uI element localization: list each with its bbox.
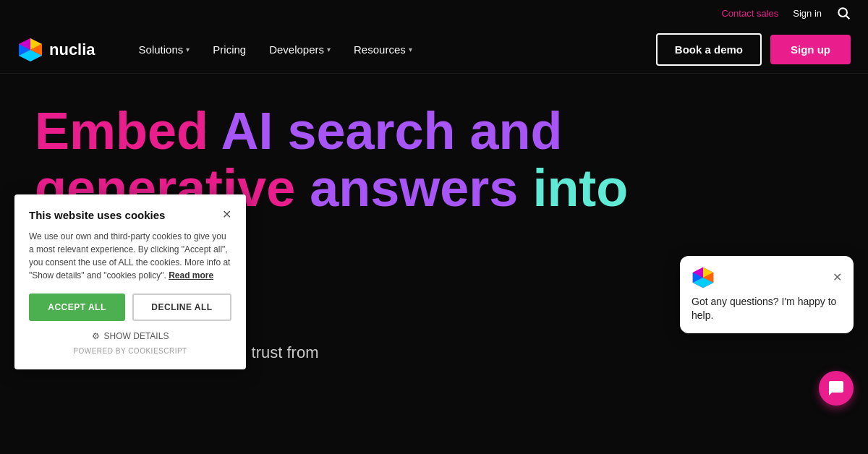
navbar: nuclia Solutions ▾ Pricing Developers ▾ … [0,26,868,74]
chat-widget-logo-icon [692,266,715,289]
svg-line-1 [846,16,850,20]
top-bar: Contact sales Sign in [0,0,868,26]
cookie-body: We use our own and third-party cookies t… [29,230,231,282]
contact-sales-link[interactable]: Contact sales [721,8,778,19]
cookie-actions: ACCEPT ALL DECLINE ALL [29,294,231,321]
decline-cookies-button[interactable]: DECLINE ALL [132,294,231,321]
logo-text: nuclia [49,40,95,59]
cookie-read-more-link[interactable]: Read more [169,270,213,280]
chat-close-button[interactable]: ✕ [833,270,842,284]
nav-actions: Book a demo Sign up [656,33,851,66]
sign-in-link[interactable]: Sign in [793,8,822,19]
nav-solutions[interactable]: Solutions ▾ [130,38,199,61]
search-icon[interactable] [836,6,851,20]
chat-widget: ✕ Got any questions? I'm happy to help. [680,256,854,333]
nav-resources[interactable]: Resources ▾ [345,38,421,61]
logo[interactable]: nuclia [17,37,95,63]
cookie-banner-header: This website uses cookies ✕ [29,209,231,221]
nav-links: Solutions ▾ Pricing Developers ▾ Resourc… [130,38,633,61]
cookie-title: This website uses cookies [29,209,165,221]
chat-widget-header: ✕ [692,266,842,289]
show-details-toggle[interactable]: ⚙ SHOW DETAILS [29,331,231,341]
cookie-powered-by: POWERED BY COOKIESCRIPT [29,347,231,355]
cookie-close-button[interactable]: ✕ [222,209,231,220]
accept-cookies-button[interactable]: ACCEPT ALL [29,294,125,321]
book-demo-button[interactable]: Book a demo [656,33,762,66]
hero-section: Embed AI search and generative answers i… [0,74,868,377]
gear-icon: ⚙ [92,331,100,341]
chat-bubble-icon [827,380,845,397]
chevron-down-icon: ▾ [186,46,190,53]
chevron-down-icon-3: ▾ [409,46,412,53]
chevron-down-icon-2: ▾ [327,46,331,53]
logo-icon [17,37,43,63]
chat-bubble-button[interactable] [819,371,854,406]
chat-message: Got any questions? I'm happy to help. [692,295,842,323]
nav-developers[interactable]: Developers ▾ [260,38,339,61]
nav-pricing[interactable]: Pricing [204,38,255,61]
sign-up-button[interactable]: Sign up [770,35,851,64]
page-wrapper: Contact sales Sign in nuclia Solutions ▾ [0,0,868,454]
svg-point-0 [838,8,847,17]
cookie-banner: This website uses cookies ✕ We use our o… [14,194,246,369]
